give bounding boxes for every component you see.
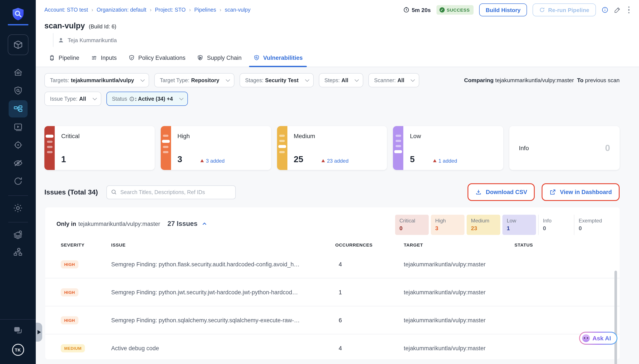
severity-card-critical[interactable]: Critical 1 [44, 126, 155, 170]
tab-inputs[interactable]: Inputs [91, 48, 117, 67]
sidebar-item-exemptions[interactable] [9, 154, 27, 172]
build-duration: 5m 20s [403, 7, 431, 13]
filters: Targets:tejakummarikuntla/vulpy Target T… [36, 67, 639, 106]
vulnerabilities-shield-icon [253, 54, 260, 61]
build-history-button[interactable]: Build History [479, 4, 527, 16]
chip-exempted: Exempted0 [574, 215, 613, 235]
added-count: 23 added [321, 158, 349, 164]
home-icon [13, 68, 23, 78]
group-title[interactable]: Only in tejakummarikuntla/vulpy:master 2… [57, 220, 208, 228]
download-csv-button[interactable]: Download CSV [468, 183, 535, 201]
sidebar: ? TK [0, 0, 36, 364]
layers-settings-icon [13, 229, 23, 240]
issue-title: Semgrep Finding: python.flask.security.a… [111, 261, 335, 268]
breadcrumb-pipelines[interactable]: Pipelines [194, 7, 216, 13]
expand-arrow-icon [37, 330, 41, 334]
severity-badge: HIGH [61, 260, 78, 268]
table-row[interactable]: MEDIUM Active debug code 4 tejakummariku… [45, 334, 620, 359]
page-header: Account: STO test › Organization: defaul… [36, 0, 639, 67]
chip-medium: Medium23 [467, 215, 500, 235]
search-input[interactable] [106, 185, 236, 199]
breadcrumb-organization[interactable]: Organization: default [97, 7, 146, 13]
target-icon [13, 140, 23, 150]
breadcrumb-account[interactable]: Account: STO test [44, 7, 88, 13]
sidebar-item-settings[interactable] [9, 199, 27, 216]
author-row: Teja Kummarikuntla [53, 33, 639, 47]
added-count: 1 added [433, 158, 457, 164]
issue-target: tejakummarikuntla/vulpy:master [404, 261, 514, 268]
sto-shield-logo [11, 7, 25, 22]
tab-vulnerabilities[interactable]: Vulnerabilities [253, 48, 303, 67]
tab-policy-evaluations[interactable]: Policy Evaluations [128, 48, 185, 67]
view-in-dashboard-button[interactable]: View in Dashboard [542, 183, 620, 201]
sidebar-item-scan[interactable] [9, 82, 27, 100]
breadcrumb-separator: › [220, 7, 221, 13]
issue-target: tejakummarikuntla/vulpy:master [404, 345, 514, 351]
sidebar-divider [8, 195, 28, 196]
occurrences-count: 1 [335, 289, 404, 295]
chevron-down-icon [140, 78, 145, 82]
info-icon[interactable] [601, 6, 608, 13]
refresh-icon [539, 7, 545, 13]
filter-issue-type[interactable]: Issue Type:All [44, 92, 101, 106]
sidebar-item-module[interactable] [8, 34, 28, 55]
table-row[interactable]: HIGH Semgrep Finding: python.flask.secur… [45, 250, 620, 278]
filter-scanner[interactable]: Scanner:All [369, 73, 419, 87]
filter-targets[interactable]: Targets:tejakummarikuntla/vulpy [44, 73, 149, 87]
sidebar-expand-handle[interactable] [36, 323, 42, 342]
increase-arrow-icon [433, 159, 436, 162]
chevron-down-icon [355, 78, 359, 82]
rerun-pipeline-button[interactable]: Re-run Pipeline [533, 4, 596, 16]
scan-shield-icon [13, 86, 23, 96]
check-icon: ✓ [439, 7, 445, 12]
more-options-icon[interactable] [626, 6, 631, 14]
severity-card-medium[interactable]: Medium 25 23 added [277, 126, 387, 170]
severity-badge: HIGH [61, 316, 78, 324]
avatar[interactable]: TK [12, 344, 24, 356]
edit-pipeline-icon[interactable] [614, 6, 621, 13]
sidebar-item-reload[interactable] [9, 172, 27, 190]
severity-strip [44, 126, 55, 170]
severity-card-high[interactable]: High 3 3 added [161, 126, 271, 170]
table-row[interactable]: HIGH Semgrep Finding: python.jwt.securit… [45, 278, 620, 306]
breadcrumb-current[interactable]: scan-vulpy [225, 7, 251, 13]
occurrences-count: 6 [335, 317, 404, 323]
sidebar-item-targets[interactable] [9, 136, 27, 154]
sidebar-item-infrastructure[interactable] [9, 243, 27, 260]
increase-arrow-icon [200, 159, 204, 162]
module-cube-icon [12, 39, 24, 50]
external-link-icon [550, 189, 556, 195]
user-icon [58, 37, 64, 43]
severity-card-info[interactable]: Info 0 [509, 126, 620, 170]
clock-icon [403, 7, 409, 13]
chip-critical: Critical0 [395, 215, 429, 235]
logo-underline [8, 24, 28, 26]
table-row[interactable]: HIGH Semgrep Finding: python.sqlalchemy.… [45, 306, 620, 334]
chevron-down-icon [179, 96, 183, 100]
sidebar-item-pipelines[interactable] [9, 100, 27, 118]
issues-toolbar: Issues (Total 34) Download CSV View in D… [36, 170, 639, 201]
severity-card-low[interactable]: Low 5 1 added [393, 126, 504, 170]
table-scrollbar[interactable] [614, 271, 617, 364]
filter-steps[interactable]: Steps:All [319, 73, 363, 87]
chip-high: High3 [431, 215, 465, 235]
filter-stages[interactable]: Stages:Security Test [240, 73, 314, 87]
tab-pipeline[interactable]: Pipeline [49, 48, 79, 67]
pipelines-icon [13, 104, 23, 114]
severity-chips: Critical0 High3 Medium23 Low1 Info0 Exem… [395, 215, 613, 235]
ask-ai-button[interactable]: Ask AI [579, 332, 617, 345]
filter-target-type[interactable]: Target Type:Repository [154, 73, 235, 87]
sidebar-item-executions[interactable] [9, 118, 27, 136]
sidebar-item-home[interactable] [9, 64, 27, 81]
occurrences-count: 4 [335, 261, 404, 268]
severity-strip [161, 126, 171, 170]
breadcrumb-project[interactable]: Project: STO [155, 7, 186, 13]
sidebar-item-layers[interactable] [9, 226, 27, 243]
sidebar-item-help[interactable]: ? [9, 322, 27, 338]
sidebar-nav [9, 64, 27, 190]
tab-supply-chain[interactable]: Supply Chain [197, 48, 242, 67]
chevron-up-icon[interactable] [201, 220, 208, 227]
chevron-down-icon [305, 78, 309, 82]
executions-icon [13, 122, 23, 132]
filter-status[interactable]: Status : Active (34) +4 [106, 92, 188, 106]
